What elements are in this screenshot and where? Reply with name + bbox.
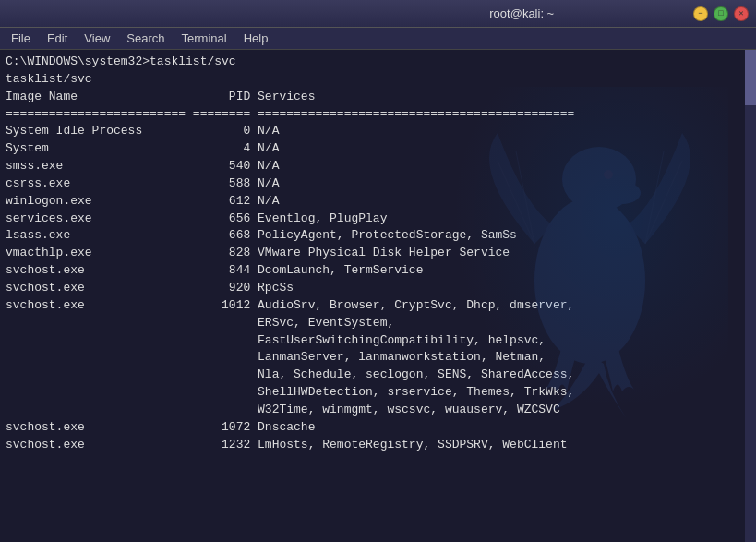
terminal-window: root@kali: ~ − □ ✕ File Edit View Search…	[0, 0, 756, 542]
terminal-line: W32Time, winmgmt, wscsvc, wuauserv, WZCS…	[6, 402, 750, 419]
maximize-button[interactable]: □	[714, 6, 728, 21]
terminal-line: csrss.exe 588 N/A	[6, 175, 750, 193]
titlebar-controls: − □ ✕	[693, 6, 749, 21]
maximize-icon: □	[718, 9, 723, 18]
terminal-line: Nla, Schedule, seclogon, SENS, SharedAcc…	[6, 367, 750, 384]
menu-search[interactable]: Search	[119, 30, 172, 47]
terminal-line: svchost.exe 844 DcomLaunch, TermService	[6, 262, 750, 280]
minimize-icon: −	[698, 9, 702, 18]
scrollbar[interactable]	[745, 50, 756, 542]
titlebar: root@kali: ~ − □ ✕	[0, 0, 756, 28]
terminal-line: vmacthlp.exe 828 VMware Physical Disk He…	[6, 245, 750, 262]
close-icon: ✕	[738, 8, 743, 18]
terminal-content[interactable]: C:\WINDOWS\system32>tasklist/svctasklist…	[0, 50, 756, 542]
terminal-line: ========================= ======== =====…	[6, 106, 750, 124]
menu-edit[interactable]: Edit	[40, 30, 75, 47]
terminal-line: lsass.exe 668 PolicyAgent, ProtectedStor…	[6, 227, 750, 245]
menubar: File Edit View Search Terminal Help	[0, 28, 756, 50]
terminal-line: svchost.exe 1232 LmHosts, RemoteRegistry…	[6, 437, 750, 454]
titlebar-title: root@kali: ~	[351, 6, 694, 20]
menu-view[interactable]: View	[77, 30, 117, 47]
terminal-lines-container: C:\WINDOWS\system32>tasklist/svctasklist…	[6, 54, 750, 453]
terminal-line: LanmanServer, lanmanworkstation, Netman,	[6, 349, 750, 367]
terminal-line: Image Name PID Services	[6, 89, 750, 106]
menu-terminal[interactable]: Terminal	[174, 30, 234, 47]
terminal-line: System Idle Process 0 N/A	[6, 123, 750, 140]
terminal-line: ERSvc, EventSystem,	[6, 315, 750, 332]
terminal-line: svchost.exe 1012 AudioSrv, Browser, Cryp…	[6, 297, 750, 315]
terminal-line: tasklist/svc	[6, 71, 750, 89]
terminal-line: svchost.exe 920 RpcSs	[6, 280, 750, 297]
terminal-line: ShellHWDetection, srservice, Themes, Trk…	[6, 384, 750, 402]
terminal-line: System 4 N/A	[6, 140, 750, 158]
terminal-line: smss.exe 540 N/A	[6, 158, 750, 175]
close-button[interactable]: ✕	[734, 6, 749, 21]
terminal-line: winlogon.exe 612 N/A	[6, 193, 750, 211]
terminal-line: svchost.exe 1072 Dnscache	[6, 419, 750, 437]
minimize-button[interactable]: −	[693, 6, 708, 21]
terminal-line: C:\WINDOWS\system32>tasklist/svc	[6, 54, 750, 71]
menu-help[interactable]: Help	[236, 30, 276, 47]
scrollbar-thumb[interactable]	[745, 50, 756, 105]
menu-file[interactable]: File	[4, 30, 38, 47]
terminal-line: FastUserSwitchingCompatibility, helpsvc,	[6, 332, 750, 350]
terminal-line: services.exe 656 Eventlog, PlugPlay	[6, 211, 750, 228]
